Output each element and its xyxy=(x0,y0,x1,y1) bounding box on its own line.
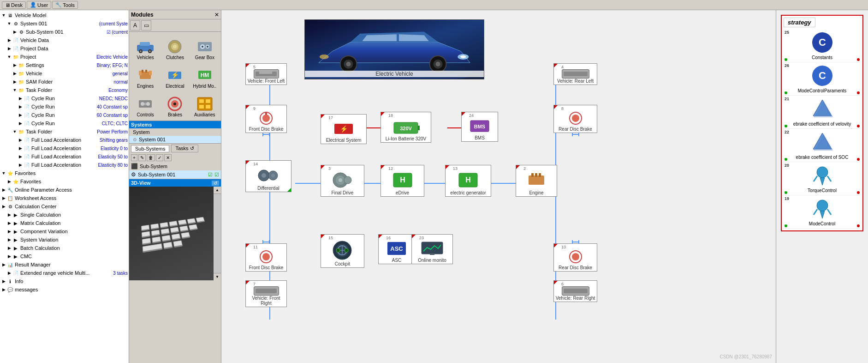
node-engine[interactable]: 2 Engine xyxy=(516,165,557,197)
subsystem-row-001[interactable]: ⚙ Sub-System 001 ☑ ☑ xyxy=(129,170,221,179)
expand-arrow-27[interactable]: ▶ xyxy=(6,237,12,242)
strategy-item-constants[interactable]: 25 C Constants xyxy=(784,29,861,62)
node-rear-disc-brake-8[interactable]: 8 Rear Disc Brake xyxy=(553,105,597,133)
node-vehicle-rear-right[interactable]: 6 Vehicle: Rear Right xyxy=(553,280,597,302)
expand-arrow-10[interactable]: ▶ xyxy=(18,96,23,101)
expand-arrow-15[interactable]: ▶ xyxy=(18,138,23,142)
threed-scroll-up[interactable]: ▲ xyxy=(214,187,221,194)
sidebar-tree-item-32[interactable]: ▶ℹInfo xyxy=(0,277,129,285)
expand-arrow-32[interactable]: ▶ xyxy=(1,279,6,284)
ss-check-btn[interactable]: ✓ xyxy=(156,154,163,161)
text-tool-button[interactable]: A xyxy=(130,20,140,30)
expand-arrow-8[interactable]: ▶ xyxy=(12,79,18,84)
sidebar-tree-item-3[interactable]: ▶📄Vehicle Data xyxy=(0,36,129,44)
expand-arrow-17[interactable]: ▶ xyxy=(18,154,23,159)
expand-arrow-19[interactable]: ▼ xyxy=(1,171,6,175)
sidebar-tree-item-1[interactable]: ▼⚙System 001(current Syste xyxy=(0,19,129,28)
node-bms[interactable]: 24 BMS BMS xyxy=(461,112,498,142)
expand-arrow-6[interactable]: ▶ xyxy=(12,63,18,67)
sidebar-tree-item-28[interactable]: ▶▶Batch Calculation xyxy=(0,244,129,252)
module-electrical[interactable]: ⚡ Electrical xyxy=(161,62,189,90)
node-vehicle-rear-left[interactable]: 4 Vehicle: Rear Left xyxy=(553,63,597,85)
expand-arrow-11[interactable]: ▶ xyxy=(18,104,23,109)
desk-button[interactable]: 🖥 Desk xyxy=(2,1,26,9)
sidebar-tree-item-7[interactable]: ▶📁Vehiclegeneral xyxy=(0,69,129,78)
expand-arrow-3[interactable]: ▶ xyxy=(6,38,12,42)
expand-arrow-12[interactable]: ▶ xyxy=(18,113,23,117)
module-brakes[interactable]: Brakes xyxy=(161,91,189,119)
module-engines[interactable]: Engines xyxy=(131,62,160,90)
system-item-001[interactable]: ⚙ System 001 xyxy=(129,136,221,143)
node-final-drive[interactable]: 3 Final Drive xyxy=(321,165,364,197)
tasks-tab[interactable]: Tasks ↺ xyxy=(171,145,198,152)
node-vehicle-front-right[interactable]: 7 Vehicle: Front Right xyxy=(245,280,287,307)
modules-close-btn[interactable]: ✕ xyxy=(214,12,219,18)
sidebar-tree-item-16[interactable]: ▶📄Full Load AccelerationElasticity 0 to xyxy=(0,144,129,152)
expand-arrow-31[interactable]: ▶ xyxy=(6,271,12,275)
sidebar-tree-item-10[interactable]: ▶📄Cycle RunNEDC; NEDC xyxy=(0,94,129,103)
expand-arrow-5[interactable]: ▼ xyxy=(6,54,12,59)
strategy-item-modecontrol[interactable]: 26 C ModeControlParaments xyxy=(784,62,861,96)
module-clutches[interactable]: Clutches xyxy=(161,34,189,61)
expand-arrow-33[interactable]: ▶ xyxy=(1,287,6,292)
module-gearbox[interactable]: Gear Box xyxy=(190,34,219,61)
sidebar-tree-item-33[interactable]: ▶💬messages xyxy=(0,285,129,294)
node-vehicle-front-left[interactable]: 5 Vehicle: Front Left xyxy=(245,63,287,85)
tools-button[interactable]: 🔧 Tools xyxy=(52,1,78,9)
ss-edit-btn[interactable]: ✎ xyxy=(138,154,146,161)
sidebar-tree-item-13[interactable]: ▶📄Cycle RunCLTC; CLTC xyxy=(0,119,129,127)
sidebar-tree-item-24[interactable]: ▶▶Single Calculation xyxy=(0,211,129,219)
expand-arrow-4[interactable]: ▶ xyxy=(6,46,12,51)
sidebar-tree-item-26[interactable]: ▶▶Component Variation xyxy=(0,227,129,236)
ss-add-btn[interactable]: + xyxy=(131,154,137,161)
expand-arrow-30[interactable]: ▶ xyxy=(1,262,6,267)
ss-x-btn[interactable]: ✕ xyxy=(164,154,172,161)
expand-arrow-21[interactable]: ▶ xyxy=(1,188,6,192)
sidebar-tree-item-18[interactable]: ▶📄Full Load AccelerationElasticity 80 to xyxy=(0,161,129,169)
strategy-item-modecontrol2[interactable]: 19 ModeControl xyxy=(784,195,861,229)
sidebar-tree-item-5[interactable]: ▼📁ProjectElectric Vehicle xyxy=(0,53,129,61)
node-front-disc-brake-11[interactable]: 11 Front Disc Brake xyxy=(245,243,287,272)
module-vehicles[interactable]: Vehicles xyxy=(131,34,160,61)
expand-arrow-25[interactable]: ▶ xyxy=(6,221,12,225)
sidebar-tree-item-0[interactable]: ▼🖥Vehicle Model xyxy=(0,11,129,19)
expand-arrow-29[interactable]: ▶ xyxy=(6,254,12,259)
ss-delete-btn[interactable]: 🗑 xyxy=(147,154,155,161)
sidebar-tree-item-12[interactable]: ▶📄Cycle Run60 Constant sp xyxy=(0,111,129,119)
node-electrical-system[interactable]: 17 ⚡ Electrical System xyxy=(321,114,367,144)
expand-arrow-28[interactable]: ▶ xyxy=(6,246,12,250)
node-generator[interactable]: 13 H electric generator xyxy=(445,165,491,197)
sidebar-tree-item-4[interactable]: ▶📄Project Data xyxy=(0,44,129,53)
expand-arrow-22[interactable]: ▶ xyxy=(1,196,6,200)
expand-arrow-13[interactable]: ▶ xyxy=(18,121,23,126)
sidebar-tree-item-15[interactable]: ▶📄Full Load AccelerationShifting gears xyxy=(0,136,129,144)
strategy-item-torque[interactable]: 20 TorqueControl xyxy=(784,162,861,195)
system-item-system[interactable]: System xyxy=(129,128,221,136)
sidebar-tree-item-21[interactable]: ▶🔧Online Parameter Access xyxy=(0,186,129,194)
module-hybrid[interactable]: HM Hybrid Mo.. xyxy=(190,62,219,90)
expand-arrow-1[interactable]: ▼ xyxy=(6,21,12,26)
sidebar-tree-item-23[interactable]: ▶⚙Calculation Center xyxy=(0,202,129,211)
module-auxiliaries[interactable]: Auxiliaries xyxy=(190,91,219,119)
node-asc[interactable]: 16 ASC ASC xyxy=(378,234,415,264)
sidebar-tree-item-8[interactable]: ▶📁SAM Foldernormal xyxy=(0,78,129,86)
threed-scroll-down[interactable]: ▼ xyxy=(214,273,221,280)
rect-tool-button[interactable]: ▭ xyxy=(141,20,151,30)
sidebar-tree-item-22[interactable]: ▶📋Worksheet Access xyxy=(0,194,129,202)
expand-arrow-7[interactable]: ▶ xyxy=(12,71,18,76)
node-battery[interactable]: 18 320V Li-Ion Batterie 320V xyxy=(380,112,431,143)
expand-arrow-20[interactable]: ▶ xyxy=(6,179,12,184)
strategy-item-ebrake-soc[interactable]: 22 ebrake coefficient of SOC xyxy=(784,129,861,162)
sidebar-tree-item-19[interactable]: ▼⭐Favorites xyxy=(0,169,129,177)
threed-refresh-btn[interactable]: ↺ xyxy=(212,181,219,186)
sidebar-tree-item-29[interactable]: ▶▶CMC xyxy=(0,252,129,260)
sidebar-tree-item-30[interactable]: ▶📊Result Manager xyxy=(0,260,129,269)
expand-arrow-26[interactable]: ▶ xyxy=(6,229,12,234)
expand-arrow-18[interactable]: ▶ xyxy=(18,163,23,167)
user-button[interactable]: 👤 User xyxy=(27,1,51,9)
sidebar-tree-item-6[interactable]: ▶📁SettingsBinary; EFG; N xyxy=(0,61,129,69)
strategy-item-ebrake-vel[interactable]: 21 ebrake coefficient of velovity xyxy=(784,96,861,129)
sidebar-tree-item-2[interactable]: ▶⚙Sub-System 001☑ (current xyxy=(0,28,129,36)
sidebar-tree-item-9[interactable]: ▼📁Task FolderEconomy xyxy=(0,86,129,94)
sidebar-tree-item-17[interactable]: ▶📄Full Load AccelerationElasticity 50 to xyxy=(0,152,129,161)
